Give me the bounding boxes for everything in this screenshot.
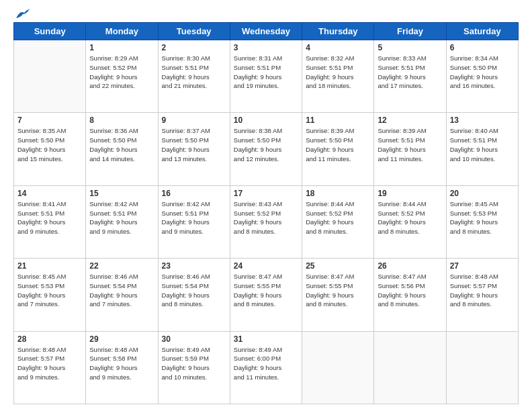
calendar-cell	[302, 331, 374, 404]
calendar-cell: 7Sunrise: 8:35 AM Sunset: 5:50 PM Daylig…	[14, 113, 86, 185]
day-number: 23	[162, 261, 226, 271]
calendar-cell: 23Sunrise: 8:46 AM Sunset: 5:54 PM Dayli…	[158, 259, 230, 331]
day-info: Sunrise: 8:30 AM Sunset: 5:51 PM Dayligh…	[162, 54, 226, 91]
day-number: 20	[450, 189, 515, 198]
calendar-cell: 18Sunrise: 8:44 AM Sunset: 5:52 PM Dayli…	[302, 185, 374, 258]
day-info: Sunrise: 8:42 AM Sunset: 5:51 PM Dayligh…	[89, 199, 154, 236]
calendar-week-1: 1Sunrise: 8:29 AM Sunset: 5:52 PM Daylig…	[14, 40, 519, 113]
day-number: 25	[306, 261, 370, 271]
calendar-cell: 21Sunrise: 8:45 AM Sunset: 5:53 PM Dayli…	[14, 259, 86, 331]
logo	[13, 10, 30, 17]
calendar-cell: 3Sunrise: 8:31 AM Sunset: 5:51 PM Daylig…	[230, 40, 302, 113]
day-number: 13	[450, 116, 515, 125]
day-number: 30	[162, 334, 226, 344]
calendar-week-3: 14Sunrise: 8:41 AM Sunset: 5:51 PM Dayli…	[14, 185, 519, 258]
day-number: 8	[89, 116, 154, 125]
calendar-cell: 25Sunrise: 8:47 AM Sunset: 5:55 PM Dayli…	[302, 259, 374, 331]
day-number: 3	[234, 43, 298, 52]
day-info: Sunrise: 8:35 AM Sunset: 5:50 PM Dayligh…	[17, 126, 82, 163]
calendar-cell: 27Sunrise: 8:48 AM Sunset: 5:57 PM Dayli…	[446, 259, 518, 331]
day-number: 7	[17, 116, 82, 125]
day-number: 14	[17, 189, 82, 198]
day-number: 2	[162, 43, 226, 52]
calendar-cell: 31Sunrise: 8:49 AM Sunset: 6:00 PM Dayli…	[230, 331, 302, 404]
day-info: Sunrise: 8:32 AM Sunset: 5:51 PM Dayligh…	[306, 54, 370, 91]
calendar-cell: 15Sunrise: 8:42 AM Sunset: 5:51 PM Dayli…	[86, 185, 158, 258]
calendar-cell: 20Sunrise: 8:45 AM Sunset: 5:53 PM Dayli…	[446, 185, 518, 258]
day-number: 18	[306, 189, 370, 198]
day-number: 27	[450, 261, 515, 271]
day-info: Sunrise: 8:37 AM Sunset: 5:50 PM Dayligh…	[162, 126, 226, 163]
day-info: Sunrise: 8:47 AM Sunset: 5:56 PM Dayligh…	[378, 272, 442, 309]
weekday-header-wednesday: Wednesday	[230, 23, 302, 40]
day-info: Sunrise: 8:48 AM Sunset: 5:57 PM Dayligh…	[17, 345, 82, 382]
page: SundayMondayTuesdayWednesdayThursdayFrid…	[0, 0, 532, 411]
calendar-cell: 28Sunrise: 8:48 AM Sunset: 5:57 PM Dayli…	[14, 331, 86, 404]
day-info: Sunrise: 8:36 AM Sunset: 5:50 PM Dayligh…	[89, 126, 154, 163]
calendar-cell	[446, 331, 518, 404]
calendar-cell	[374, 331, 446, 404]
calendar-cell: 17Sunrise: 8:43 AM Sunset: 5:52 PM Dayli…	[230, 185, 302, 258]
calendar-table: SundayMondayTuesdayWednesdayThursdayFrid…	[13, 22, 519, 404]
calendar-cell: 8Sunrise: 8:36 AM Sunset: 5:50 PM Daylig…	[86, 113, 158, 185]
day-info: Sunrise: 8:41 AM Sunset: 5:51 PM Dayligh…	[17, 199, 82, 236]
day-number: 15	[89, 189, 154, 198]
day-info: Sunrise: 8:34 AM Sunset: 5:50 PM Dayligh…	[450, 54, 515, 91]
day-number: 31	[234, 334, 298, 344]
calendar-week-2: 7Sunrise: 8:35 AM Sunset: 5:50 PM Daylig…	[14, 113, 519, 185]
weekday-header-row: SundayMondayTuesdayWednesdayThursdayFrid…	[14, 23, 519, 40]
header	[13, 10, 519, 17]
calendar-cell: 22Sunrise: 8:46 AM Sunset: 5:54 PM Dayli…	[86, 259, 158, 331]
calendar-cell: 19Sunrise: 8:44 AM Sunset: 5:52 PM Dayli…	[374, 185, 446, 258]
weekday-header-saturday: Saturday	[446, 23, 518, 40]
day-info: Sunrise: 8:33 AM Sunset: 5:51 PM Dayligh…	[378, 54, 442, 91]
day-info: Sunrise: 8:31 AM Sunset: 5:51 PM Dayligh…	[234, 54, 298, 91]
logo-bird-icon	[15, 9, 30, 19]
day-number: 12	[378, 116, 442, 125]
day-info: Sunrise: 8:47 AM Sunset: 5:55 PM Dayligh…	[234, 272, 298, 309]
calendar-cell	[14, 40, 86, 113]
day-number: 19	[378, 189, 442, 198]
calendar-cell: 11Sunrise: 8:39 AM Sunset: 5:50 PM Dayli…	[302, 113, 374, 185]
day-info: Sunrise: 8:45 AM Sunset: 5:53 PM Dayligh…	[450, 199, 515, 236]
day-info: Sunrise: 8:42 AM Sunset: 5:51 PM Dayligh…	[162, 199, 226, 236]
day-info: Sunrise: 8:44 AM Sunset: 5:52 PM Dayligh…	[306, 199, 370, 236]
calendar-cell: 2Sunrise: 8:30 AM Sunset: 5:51 PM Daylig…	[158, 40, 230, 113]
calendar-cell: 1Sunrise: 8:29 AM Sunset: 5:52 PM Daylig…	[86, 40, 158, 113]
day-info: Sunrise: 8:45 AM Sunset: 5:53 PM Dayligh…	[17, 272, 82, 309]
day-number: 5	[378, 43, 442, 52]
calendar-cell: 9Sunrise: 8:37 AM Sunset: 5:50 PM Daylig…	[158, 113, 230, 185]
weekday-header-friday: Friday	[374, 23, 446, 40]
calendar-cell: 13Sunrise: 8:40 AM Sunset: 5:51 PM Dayli…	[446, 113, 518, 185]
calendar-cell: 10Sunrise: 8:38 AM Sunset: 5:50 PM Dayli…	[230, 113, 302, 185]
weekday-header-tuesday: Tuesday	[158, 23, 230, 40]
day-number: 9	[162, 116, 226, 125]
calendar-cell: 24Sunrise: 8:47 AM Sunset: 5:55 PM Dayli…	[230, 259, 302, 331]
day-number: 24	[234, 261, 298, 271]
day-number: 29	[89, 334, 154, 344]
day-number: 10	[234, 116, 298, 125]
calendar-cell: 4Sunrise: 8:32 AM Sunset: 5:51 PM Daylig…	[302, 40, 374, 113]
calendar-cell: 5Sunrise: 8:33 AM Sunset: 5:51 PM Daylig…	[374, 40, 446, 113]
day-info: Sunrise: 8:48 AM Sunset: 5:58 PM Dayligh…	[89, 345, 154, 382]
calendar-week-5: 28Sunrise: 8:48 AM Sunset: 5:57 PM Dayli…	[14, 331, 519, 404]
day-number: 28	[17, 334, 82, 344]
day-number: 6	[450, 43, 515, 52]
calendar-cell: 12Sunrise: 8:39 AM Sunset: 5:51 PM Dayli…	[374, 113, 446, 185]
calendar-cell: 26Sunrise: 8:47 AM Sunset: 5:56 PM Dayli…	[374, 259, 446, 331]
day-number: 16	[162, 189, 226, 198]
day-info: Sunrise: 8:46 AM Sunset: 5:54 PM Dayligh…	[162, 272, 226, 309]
day-number: 21	[17, 261, 82, 271]
day-number: 17	[234, 189, 298, 198]
day-number: 22	[89, 261, 154, 271]
calendar-cell: 14Sunrise: 8:41 AM Sunset: 5:51 PM Dayli…	[14, 185, 86, 258]
day-info: Sunrise: 8:49 AM Sunset: 5:59 PM Dayligh…	[162, 345, 226, 382]
day-info: Sunrise: 8:46 AM Sunset: 5:54 PM Dayligh…	[89, 272, 154, 309]
day-number: 1	[89, 43, 154, 52]
day-info: Sunrise: 8:49 AM Sunset: 6:00 PM Dayligh…	[234, 345, 298, 382]
day-info: Sunrise: 8:48 AM Sunset: 5:57 PM Dayligh…	[450, 272, 515, 309]
day-info: Sunrise: 8:40 AM Sunset: 5:51 PM Dayligh…	[450, 126, 515, 163]
day-info: Sunrise: 8:43 AM Sunset: 5:52 PM Dayligh…	[234, 199, 298, 236]
calendar-cell: 29Sunrise: 8:48 AM Sunset: 5:58 PM Dayli…	[86, 331, 158, 404]
calendar-cell: 30Sunrise: 8:49 AM Sunset: 5:59 PM Dayli…	[158, 331, 230, 404]
